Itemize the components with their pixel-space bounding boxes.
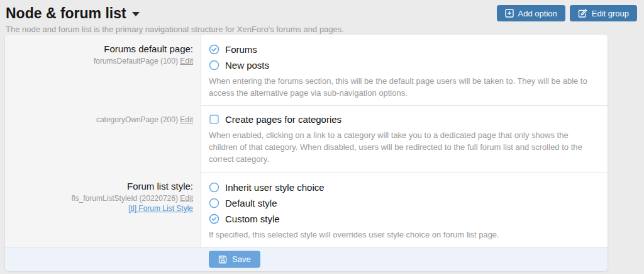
option-hint: categoryOwnPage (200) Edit (11, 114, 193, 125)
option-hint: forumsDefaultPage (100) Edit (11, 56, 193, 66)
option-label-cell: categoryOwnPage (200) Edit (5, 105, 201, 172)
option-row-forum-list-style: Forum list style: fls_forumListStyleId (… (5, 172, 608, 247)
radio-unchecked-icon (209, 60, 219, 71)
option-explanation: When entering the forums section, this w… (209, 75, 596, 99)
radio-checked-icon (209, 44, 219, 55)
page-title-label: Node & forum list (6, 4, 126, 22)
edit-option-link[interactable]: Edit (180, 194, 193, 203)
radio-option-custom-style[interactable]: Custom style (209, 213, 596, 224)
page-subtitle: The node and forum list is the primary n… (6, 25, 344, 34)
checkbox-option-label: Create pages for categories (225, 114, 341, 125)
page-header: Node & forum list The node and forum lis… (0, 0, 644, 35)
save-button-label: Save (232, 254, 251, 264)
radio-checked-icon (209, 214, 219, 224)
forum-list-style-link[interactable]: [tl] Forum List Style (128, 204, 193, 213)
option-id-text: fls_forumListStyleId (20220726) (72, 194, 178, 203)
option-control-cell: Forums New posts When entering the forum… (201, 35, 608, 105)
option-row-category-own-page: categoryOwnPage (200) Edit Create pages … (5, 105, 608, 172)
radio-option-inherit-user-style[interactable]: Inherit user style choice (209, 181, 596, 193)
option-label-cell: Forum list style: fls_forumListStyleId (… (5, 172, 201, 247)
square-plus-icon (505, 9, 514, 18)
checkbox-unchecked-icon (209, 114, 219, 125)
radio-option-label: New posts (225, 60, 269, 71)
option-title: Forum list style: (11, 181, 193, 192)
option-label-cell: Forums default page: forumsDefaultPage (… (5, 35, 201, 105)
option-title: Forums default page: (11, 43, 193, 55)
option-control-cell: Inherit user style choice Default style (201, 172, 608, 247)
edit-group-button[interactable]: Edit group (570, 5, 637, 21)
options-group-panel: Forums default page: forumsDefaultPage (… (5, 35, 608, 271)
chevron-down-icon (132, 12, 140, 16)
edit-option-link[interactable]: Edit (180, 57, 193, 66)
page-title[interactable]: Node & forum list (6, 4, 344, 22)
radio-option-label: Inherit user style choice (225, 182, 325, 193)
submit-bar: Save (5, 247, 608, 271)
radio-option-label: Forums (225, 44, 257, 55)
add-option-button[interactable]: Add option (497, 5, 565, 21)
radio-unchecked-icon (209, 198, 219, 208)
save-button[interactable]: Save (209, 251, 260, 268)
option-id-text: forumsDefaultPage (100) (94, 57, 178, 66)
radio-option-new-posts[interactable]: New posts (209, 59, 596, 71)
option-control-cell: Create pages for categories When enabled… (201, 105, 608, 172)
radio-unchecked-icon (209, 182, 219, 193)
header-text-block: Node & forum list The node and forum lis… (6, 4, 344, 34)
option-addon-link-wrap: [tl] Forum List Style (11, 203, 193, 214)
radio-option-label: Default style (225, 198, 277, 208)
option-hint: fls_forumListStyleId (20220726) Edit (11, 193, 193, 203)
floppy-disk-icon (218, 255, 227, 264)
option-explanation: If specified, this selected style will o… (209, 229, 596, 241)
edit-group-label: Edit group (592, 9, 629, 18)
header-actions: Add option Edit group (497, 4, 637, 21)
radio-option-forums[interactable]: Forums (209, 43, 596, 55)
option-row-forums-default-page: Forums default page: forumsDefaultPage (… (5, 35, 608, 105)
edit-option-link[interactable]: Edit (180, 115, 193, 124)
radio-option-default-style[interactable]: Default style (209, 197, 596, 208)
square-pencil-icon (578, 9, 587, 18)
radio-option-label: Custom style (225, 214, 280, 224)
option-explanation: When enabled, clicking on a link to a ca… (209, 129, 596, 165)
option-id-text: categoryOwnPage (200) (96, 115, 178, 124)
checkbox-option-create-pages[interactable]: Create pages for categories (209, 113, 596, 125)
add-option-label: Add option (518, 9, 557, 18)
